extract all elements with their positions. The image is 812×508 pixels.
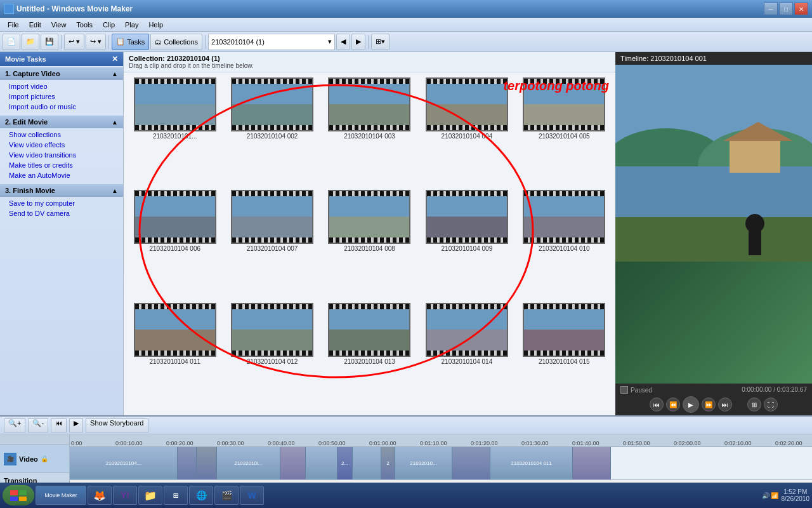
clip-item-c8[interactable]: 21032010104 008 <box>324 190 416 297</box>
view-video-transitions-link[interactable]: View video transitions <box>9 150 123 160</box>
clip-item-c11[interactable]: 21032010104 011 <box>129 303 221 410</box>
minimize-button[interactable]: ─ <box>764 3 778 15</box>
video-clip[interactable] <box>280 447 306 479</box>
menu-view[interactable]: View <box>46 20 72 30</box>
taskbar-terminal-app[interactable]: ⊞ <box>164 486 188 505</box>
show-collections-link[interactable]: Show collections <box>9 130 123 140</box>
show-storyboard-button[interactable]: Show Storyboard <box>86 418 148 432</box>
video-clip[interactable] <box>306 447 337 479</box>
clip-item-c3[interactable]: 21032010104 003 <box>324 77 416 185</box>
open-button[interactable]: 📁 <box>22 34 39 50</box>
svg-rect-51 <box>730 141 780 173</box>
close-button[interactable]: ✕ <box>794 3 808 15</box>
svg-rect-56 <box>10 490 18 495</box>
import-pictures-link[interactable]: Import pictures <box>9 91 123 102</box>
collections-button[interactable]: 🗂 Collections <box>150 34 202 50</box>
redo-button[interactable]: ↪ ▾ <box>86 34 106 50</box>
taskbar-word-app[interactable]: W <box>240 486 264 505</box>
taskbar-firefox-app[interactable]: 🦊 <box>88 486 112 505</box>
clip-label: 21032010104 013 <box>344 358 395 365</box>
taskbar-moviemaker-app[interactable]: Movie Maker <box>36 486 86 505</box>
view-options-button[interactable]: ⊞▾ <box>371 34 390 50</box>
clip-thumbnail-svg <box>232 79 313 131</box>
maximize-button[interactable]: □ <box>779 3 793 15</box>
video-clip[interactable]: 2 <box>381 447 395 479</box>
start-button[interactable] <box>3 485 34 505</box>
clip-item-c5[interactable]: 21032010104 005 <box>518 77 610 185</box>
next-collection-button[interactable]: ▶ <box>351 34 365 50</box>
menu-help[interactable]: Help <box>143 20 168 30</box>
save-to-computer-link[interactable]: Save to my computer <box>9 198 123 208</box>
forward-to-end-button[interactable]: ⏭ <box>718 398 732 411</box>
full-screen-button[interactable]: ⛶ <box>764 398 778 411</box>
clip-item-c1[interactable]: 21032010101... <box>129 77 221 185</box>
preview-controls: Paused 0:00:00.00 / 0:03:20.67 ⏮ ⏪ ▶ ⏩ ⏭… <box>615 384 812 415</box>
taskbar-folder-app[interactable]: 📁 <box>138 486 162 505</box>
collection-dropdown[interactable]: 21032010104 (1) ▾ <box>208 34 335 50</box>
section-edit-header[interactable]: 2. Edit Movie ▲ <box>0 116 123 128</box>
clip-item-c14[interactable]: 21032010104 014 <box>421 303 513 410</box>
clock-date: 8/26/2010 <box>782 495 810 502</box>
save-button[interactable]: 💾 <box>41 34 58 50</box>
undo-button[interactable]: ↩ ▾ <box>64 34 84 50</box>
video-track-icon: 🎥 <box>4 453 16 465</box>
clip-item-c2[interactable]: 21032010104 002 <box>226 77 318 185</box>
split-clip-button[interactable]: ⊞ <box>747 398 761 411</box>
rewind-button[interactable]: ⏪ <box>666 398 680 411</box>
video-clip[interactable]: 21032010l... <box>217 447 280 479</box>
video-clip[interactable] <box>452 447 490 479</box>
taskbar-media-app[interactable]: 🎬 <box>214 486 239 505</box>
clip-label: 21032010104 012 <box>247 358 298 365</box>
menu-play[interactable]: Play <box>120 20 143 30</box>
menu-file[interactable]: File <box>3 20 24 30</box>
new-button[interactable]: 📄 <box>3 34 20 50</box>
section-capture-header[interactable]: 1. Capture Video ▲ <box>0 67 123 80</box>
video-clip[interactable]: 21032010104 011 <box>490 447 573 479</box>
menu-clip[interactable]: Clip <box>98 20 120 30</box>
import-audio-link[interactable]: Import audio or music <box>9 102 123 112</box>
preview-panel: Timeline: 21032010104 001 <box>615 52 812 415</box>
system-tray: 🔊 📶 <box>762 492 779 499</box>
prev-collection-button[interactable]: ◀ <box>336 34 350 50</box>
video-clip[interactable]: 21032010... <box>395 447 452 479</box>
clip-item-c9[interactable]: 21032010104 009 <box>421 190 513 297</box>
video-clip[interactable]: 2... <box>337 447 353 479</box>
send-to-dv-link[interactable]: Send to DV camera <box>9 208 123 218</box>
taskbar: Movie Maker 🦊 Y! 📁 ⊞ 🌐 🎬 W 🔊 📶 1:52 PM 8… <box>0 483 812 508</box>
video-clip[interactable] <box>353 447 381 479</box>
taskbar-browser-app[interactable]: 🌐 <box>189 486 213 505</box>
menu-edit[interactable]: Edit <box>24 20 46 30</box>
collections-icon: 🗂 <box>155 38 162 46</box>
zoom-out-button[interactable]: 🔍- <box>28 418 48 432</box>
video-clip[interactable]: 21032010104... <box>70 447 178 479</box>
clip-item-c4[interactable]: 21032010104 004 <box>421 77 513 185</box>
clip-item-c7[interactable]: 21032010104 007 <box>226 190 318 297</box>
fast-forward-button[interactable]: ⏩ <box>702 398 716 411</box>
menu-tools[interactable]: Tools <box>71 20 98 30</box>
clip-item-c12[interactable]: 21032010104 012 <box>226 303 318 410</box>
import-video-link[interactable]: Import video <box>9 81 123 91</box>
make-titles-link[interactable]: Make titles or credits <box>9 160 123 170</box>
play-tl-button[interactable]: ▶ <box>69 418 83 432</box>
rewind-to-start-button[interactable]: ⏮ <box>650 398 664 411</box>
section-finish-header[interactable]: 3. Finish Movie ▲ <box>0 184 123 197</box>
video-clip[interactable] <box>178 447 197 479</box>
clip-item-c15[interactable]: 21032010104 015 <box>518 303 610 410</box>
clip-item-c10[interactable]: 21032010104 010 <box>518 190 610 297</box>
folder-icon: 📁 <box>144 490 157 502</box>
rewind-tl-button[interactable]: ⏮ <box>51 418 67 432</box>
view-video-effects-link[interactable]: View video effects <box>9 140 123 150</box>
video-lock-icon[interactable]: 🔒 <box>41 455 48 462</box>
clip-item-c13[interactable]: 21032010104 013 <box>324 303 416 410</box>
play-button[interactable]: ▶ <box>683 396 699 413</box>
tasks-button[interactable]: 📋 Tasks <box>112 34 149 50</box>
panel-close-button[interactable]: ✕ <box>112 55 118 64</box>
zoom-in-button[interactable]: 🔍+ <box>4 418 25 432</box>
video-clip[interactable] <box>573 447 611 479</box>
clip-thumbnail-svg <box>232 191 313 244</box>
clip-item-c6[interactable]: 21032010104 006 <box>129 190 221 297</box>
ruler-mark: 0:02:00.00 <box>674 440 701 446</box>
video-clip[interactable] <box>197 447 217 479</box>
make-automovie-link[interactable]: Make an AutoMovie <box>9 170 123 180</box>
taskbar-yahoo-app[interactable]: Y! <box>113 486 137 505</box>
